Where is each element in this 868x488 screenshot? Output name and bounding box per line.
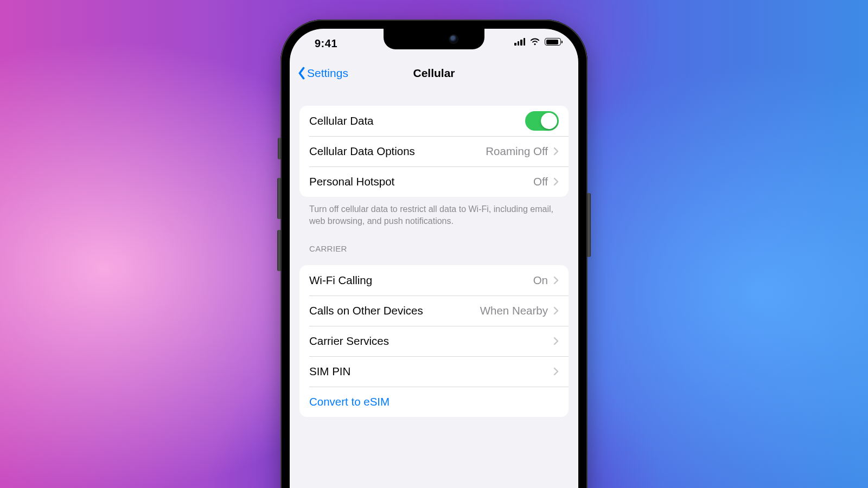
screen: 9:41 Settings Cellular [290,29,578,488]
group-carrier: Wi-Fi Calling On Calls on Other Devices … [299,265,569,417]
group-cellular: Cellular Data Cellular Data Options Roam… [299,106,569,197]
battery-icon [545,38,561,46]
row-personal-hotspot[interactable]: Personal Hotspot Off [299,166,569,197]
row-cellular-data-options[interactable]: Cellular Data Options Roaming Off [299,136,569,166]
back-button[interactable]: Settings [297,59,348,87]
row-label: Personal Hotspot [309,175,533,188]
chevron-right-icon [553,367,559,376]
chevron-right-icon [553,337,559,345]
chevron-right-icon [553,306,559,315]
row-value: Roaming Off [486,145,548,158]
row-wifi-calling[interactable]: Wi-Fi Calling On [299,265,569,296]
status-right [514,38,561,46]
volume-down-button [277,230,281,271]
iphone-frame: 9:41 Settings Cellular [280,20,588,488]
power-button [587,193,591,257]
wallpaper-background: 9:41 Settings Cellular [0,0,868,488]
chevron-right-icon [553,276,559,285]
volume-up-button [277,178,281,219]
nav-bar: Settings Cellular [290,59,578,87]
row-label: Wi-Fi Calling [309,274,533,287]
row-convert-to-esim[interactable]: Convert to eSIM [299,387,569,417]
cellular-data-toggle[interactable] [525,111,559,131]
row-carrier-services[interactable]: Carrier Services [299,326,569,356]
group-footer-text: Turn off cellular data to restrict all d… [299,197,569,227]
chevron-right-icon [553,147,559,156]
row-label: Carrier Services [309,335,548,348]
row-calls-other-devices[interactable]: Calls on Other Devices When Nearby [299,296,569,326]
row-label: Cellular Data Options [309,145,486,158]
toggle-knob [541,113,557,129]
row-cellular-data[interactable]: Cellular Data [299,106,569,136]
row-label: Calls on Other Devices [309,304,480,317]
back-label: Settings [307,67,348,80]
row-sim-pin[interactable]: SIM PIN [299,356,569,387]
section-header-carrier: CARRIER [299,227,569,258]
wifi-icon [529,38,540,46]
row-label: Cellular Data [309,114,525,127]
row-label: Convert to eSIM [309,395,559,408]
row-value: On [533,274,548,287]
row-value: Off [533,175,548,188]
row-value: When Nearby [480,304,548,317]
page-title: Cellular [413,67,455,80]
chevron-left-icon [297,67,306,80]
chevron-right-icon [553,177,559,186]
content: Cellular Data Cellular Data Options Roam… [290,106,578,417]
cellular-signal-icon [514,38,525,46]
row-label: SIM PIN [309,365,548,378]
status-bar: 9:41 [290,29,578,59]
mute-switch [278,138,281,159]
status-time: 9:41 [315,37,337,50]
